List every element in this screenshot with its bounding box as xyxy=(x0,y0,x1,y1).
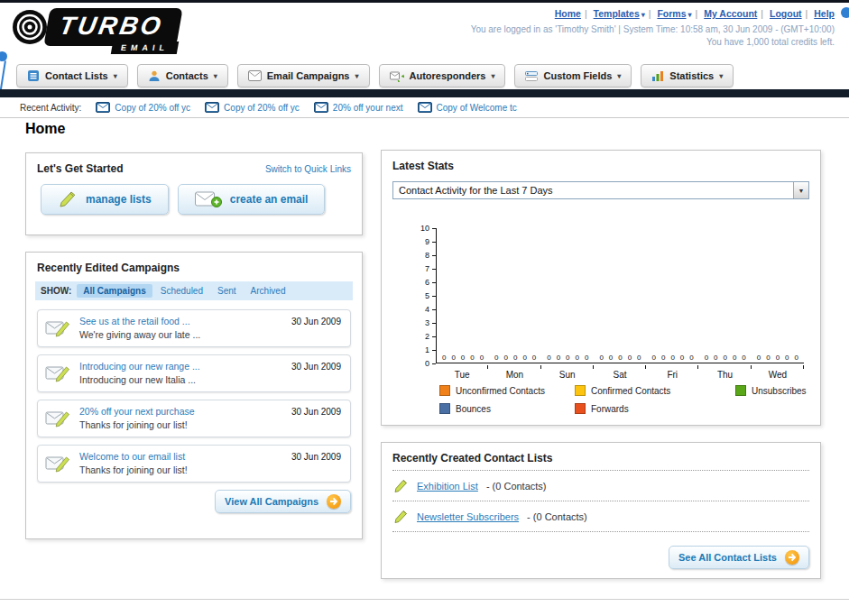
top-link-templates[interactable]: Templates▾ xyxy=(594,8,645,19)
contacts-icon xyxy=(148,69,161,82)
credits-status: You have 1,000 total credits left. xyxy=(471,37,835,47)
legend-label: Bounces xyxy=(456,404,491,414)
filter-tab-scheduled[interactable]: Scheduled xyxy=(154,284,209,298)
separator: | xyxy=(806,8,808,19)
get-started-panel: Let's Get Started Switch to Quick Links … xyxy=(25,152,363,235)
caret-down-icon: ▾ xyxy=(214,72,217,80)
chart-plot: 00000000000000000000000000000000000 xyxy=(436,228,804,363)
nav-tab-statistics[interactable]: Statistics▾ xyxy=(641,64,734,87)
campaign-title-link[interactable]: See us at the retail food ... xyxy=(79,316,274,326)
chart-x-tick-label: Fri xyxy=(646,365,698,380)
arrow-right-icon xyxy=(327,494,341,509)
contact-list-count: - (0 Contacts) xyxy=(527,511,587,522)
campaigns-filter-bar: SHOW: All Campaigns Scheduled Sent Archi… xyxy=(35,281,353,300)
legend-label: Forwards xyxy=(591,404,629,414)
contact-list-item[interactable]: Newsletter Subscribers - (0 Contacts) xyxy=(382,501,820,531)
chart-x-tick-label: Wed xyxy=(752,365,804,380)
campaign-subtitle: We're giving away our late ... xyxy=(79,329,274,340)
caret-down-icon: ▾ xyxy=(114,72,117,80)
campaign-title-link[interactable]: Welcome to our email list xyxy=(79,451,274,462)
legend-swatch xyxy=(575,385,586,396)
show-label: SHOW: xyxy=(41,286,71,296)
legend-swatch xyxy=(439,385,450,396)
contact-list-link[interactable]: Newsletter Subscribers xyxy=(417,511,519,522)
stats-period-select[interactable]: Contact Activity for the Last 7 Days ▼ xyxy=(392,181,809,199)
contact-list-item[interactable]: Exhibition List - (0 Contacts) xyxy=(382,471,820,501)
campaign-date: 30 Jun 2009 xyxy=(291,452,341,462)
pencil-icon xyxy=(58,189,78,209)
divider xyxy=(392,531,809,532)
top-link-forms[interactable]: Forms▾ xyxy=(657,8,691,19)
legend-item: Forwards xyxy=(575,403,735,414)
contact-list-count: - (0 Contacts) xyxy=(486,481,547,492)
chart-x-tick-label: Mon xyxy=(488,365,540,380)
recent-activity-item[interactable]: 20% off your next xyxy=(314,102,403,113)
email-icon xyxy=(96,102,110,113)
chart-day-group: 00000 xyxy=(647,228,699,363)
create-email-button[interactable]: create an email xyxy=(178,184,326,215)
chart-x-tick-label: Sat xyxy=(594,365,646,380)
contact-lists-title: Recently Created Contact Lists xyxy=(382,443,820,470)
envelope-plus-icon xyxy=(195,190,222,208)
email-campaigns-icon xyxy=(248,70,262,81)
recent-activity-item[interactable]: Copy of Welcome tc xyxy=(418,102,517,113)
decorative-dot-left xyxy=(0,51,7,61)
autoresponders-icon xyxy=(390,70,404,82)
switch-quick-links-link[interactable]: Switch to Quick Links xyxy=(265,164,351,174)
top-link-help[interactable]: Help xyxy=(814,8,835,19)
nav-tab-contacts[interactable]: Contacts▾ xyxy=(137,64,228,87)
campaign-date: 30 Jun 2009 xyxy=(291,362,341,372)
envelope-pencil-icon xyxy=(45,408,70,433)
recent-activity-bar: Recent Activity: Copy of 20% off yc Copy… xyxy=(0,97,849,118)
manage-lists-button[interactable]: manage lists xyxy=(41,184,169,215)
recent-activity-label: Recent Activity: xyxy=(20,103,81,113)
legend-swatch xyxy=(439,403,450,414)
campaign-item[interactable]: See us at the retail food ... We're givi… xyxy=(37,309,351,347)
campaign-title-link[interactable]: 20% off your next purchase xyxy=(79,406,274,417)
pencil-icon xyxy=(392,478,409,494)
legend-label: Unsubscribes xyxy=(752,386,807,396)
login-status: You are logged in as 'Timothy Smith' | S… xyxy=(471,24,835,34)
top-link-home[interactable]: Home xyxy=(555,8,581,19)
decorative-dot-right xyxy=(841,7,849,18)
filter-tab-archived[interactable]: Archived xyxy=(245,284,292,298)
separator: | xyxy=(649,8,651,19)
main-nav: Contact Lists▾ Contacts▾ Email Campaigns… xyxy=(16,64,734,87)
nav-tab-autoresponders[interactable]: Autoresponders▾ xyxy=(379,64,506,87)
view-all-campaigns-button[interactable]: View All Campaigns xyxy=(215,490,351,513)
latest-stats-panel: Latest Stats Contact Activity for the La… xyxy=(381,150,821,426)
chart-day-group: 00000 xyxy=(437,228,489,363)
campaign-item[interactable]: Introducing our new range ... Introducin… xyxy=(37,354,351,392)
caret-down-icon: ▾ xyxy=(688,11,692,19)
campaign-subtitle: Thanks for joining our list! xyxy=(79,464,274,475)
chart-day-group: 00000 xyxy=(594,228,646,363)
campaign-date: 30 Jun 2009 xyxy=(291,407,341,417)
top-link-logout[interactable]: Logout xyxy=(770,8,802,19)
see-all-contact-lists-button[interactable]: See All Contact Lists xyxy=(669,546,809,569)
envelope-pencil-icon xyxy=(45,363,70,388)
filter-tab-sent[interactable]: Sent xyxy=(211,284,243,298)
pencil-icon xyxy=(392,509,409,525)
filter-tab-all-campaigns[interactable]: All Campaigns xyxy=(77,284,152,298)
chart-x-labels: TueMonSunSatFriThuWed xyxy=(436,365,804,380)
contact-list-link[interactable]: Exhibition List xyxy=(417,481,478,492)
select-dropdown-arrow-icon[interactable]: ▼ xyxy=(793,182,808,198)
nav-tab-email-campaigns[interactable]: Email Campaigns▾ xyxy=(237,64,370,87)
campaign-title-link[interactable]: Introducing our new range ... xyxy=(79,361,274,372)
app-logo: TURBO EMAIL xyxy=(9,6,180,48)
top-nav: Home| Templates▾| Forms▾| My Account| Lo… xyxy=(471,8,835,19)
caret-down-icon: ▾ xyxy=(617,72,621,80)
caret-down-icon: ▾ xyxy=(719,72,723,80)
nav-tab-contact-lists[interactable]: Contact Lists▾ xyxy=(16,64,128,87)
nav-tab-custom-fields[interactable]: Custom Fields▾ xyxy=(514,64,632,87)
caret-down-icon: ▾ xyxy=(641,11,645,19)
recent-activity-item[interactable]: Copy of 20% off yc xyxy=(205,102,300,113)
email-icon xyxy=(205,102,219,113)
campaign-item[interactable]: 20% off your next purchase Thanks for jo… xyxy=(37,400,351,437)
legend-label: Confirmed Contacts xyxy=(591,386,670,396)
contact-activity-chart: 109876543210 000000000000000000000000000… xyxy=(392,228,809,363)
envelope-pencil-icon xyxy=(45,453,70,478)
recent-activity-item[interactable]: Copy of 20% off yc xyxy=(96,102,190,113)
top-link-my-account[interactable]: My Account xyxy=(704,8,757,19)
campaign-item[interactable]: Welcome to our email list Thanks for joi… xyxy=(37,445,351,483)
